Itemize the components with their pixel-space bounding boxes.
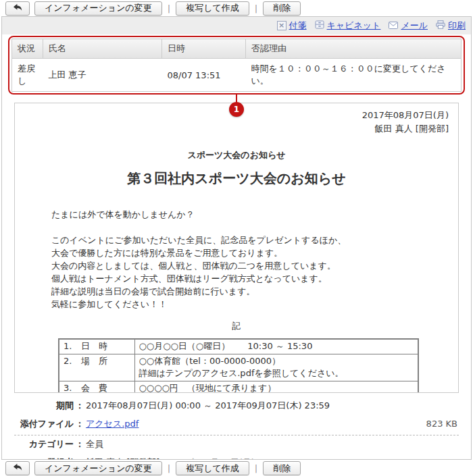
annotation-highlight-box: 状況 氏名 日時 否認理由 差戻し 上田 恵子 08/07 13:51 時間を１… bbox=[8, 36, 465, 95]
body-line bbox=[51, 221, 449, 234]
approval-annotation-zone: 状況 氏名 日時 否認理由 差戻し 上田 恵子 08/07 13:51 時間を１… bbox=[8, 36, 465, 95]
change-information-button[interactable]: インフォメーションの変更 bbox=[34, 1, 162, 16]
sticky-note-icon: × bbox=[277, 21, 287, 30]
print-link[interactable]: 印刷 bbox=[436, 20, 466, 32]
details-section: 期間 ： 2017年08月07日(月) 00:00 ～ 2017年09月07日(… bbox=[14, 397, 459, 460]
top-toolbar: インフォメーションの変更 | 複写して作成 | 削除 bbox=[0, 0, 473, 16]
reason-cell: 時間を１０：００～１６：００に変更してください。 bbox=[246, 59, 462, 92]
status-cell: 差戻し bbox=[12, 59, 43, 92]
period-label: 期間 bbox=[14, 400, 74, 412]
datetime-cell: 08/07 13:51 bbox=[162, 59, 246, 92]
back-arrow-icon bbox=[13, 3, 22, 14]
action-links-bar: × 付箋 キャビネット メール 印刷 bbox=[2, 17, 471, 34]
bottom-toolbar: インフォメーションの変更 | 複写して作成 | 削除 bbox=[0, 460, 473, 476]
print-label: 印刷 bbox=[448, 20, 466, 32]
toolbar-separator: | bbox=[167, 3, 171, 14]
category-value: 全員 bbox=[86, 438, 459, 450]
delete-button[interactable]: 削除 bbox=[263, 461, 301, 475]
toolbar-separator: | bbox=[167, 463, 171, 473]
body-line: 気軽に参加してください！！ bbox=[51, 298, 449, 311]
envelope-icon bbox=[389, 21, 398, 31]
document-author: 飯田 真人 [開発部] bbox=[24, 122, 449, 136]
reason-column-header: 否認理由 bbox=[246, 39, 462, 59]
body-line: 大会の内容としましては、個人戦と、団体戦の二つを用意しています。 bbox=[51, 259, 449, 272]
body-line: 詳細な説明は当日の会場で試合開始前に行います。 bbox=[51, 285, 449, 298]
row-value: 詳細はテンプのアクセス.pdfを参照してください。 bbox=[139, 367, 414, 379]
body-line: このイベントにご参加いただいた全員に、記念品をプレゼントするほか、 bbox=[51, 234, 449, 246]
name-column-header: 氏名 bbox=[43, 39, 162, 59]
row-number: 3. bbox=[64, 382, 81, 393]
cabinet-icon bbox=[315, 20, 324, 31]
delete-button[interactable]: 削除 bbox=[263, 1, 301, 16]
approval-header-row: 状況 氏名 日時 否認理由 bbox=[12, 39, 462, 59]
printer-icon bbox=[436, 20, 445, 31]
back-button[interactable] bbox=[5, 461, 30, 475]
sticky-note-label: 付箋 bbox=[289, 20, 307, 32]
sticky-note-link[interactable]: × 付箋 bbox=[277, 20, 307, 32]
cabinet-link[interactable]: キャビネット bbox=[315, 20, 381, 32]
cabinet-label: キャビネット bbox=[327, 20, 381, 32]
copy-create-button[interactable]: 複写して作成 bbox=[176, 461, 249, 475]
datetime-column-header: 日時 bbox=[162, 39, 246, 59]
body-line: 個人戦はトーナメント方式、団体戦はリーグ戦方式となっています。 bbox=[51, 272, 449, 285]
row-value: ○○体育館（tel：00-0000-0000） bbox=[139, 355, 414, 367]
row-label: 会 費 bbox=[81, 383, 107, 393]
annotation-number-badge: 1 bbox=[229, 102, 244, 117]
document-subtitle: スポーツ大会のお知らせ bbox=[24, 149, 449, 161]
attachment-row: 添付ファイル ： アクセス.pdf 823 KB bbox=[14, 415, 459, 435]
row-number: 1. bbox=[64, 340, 81, 352]
document-body: たまには外で体を動かしませんか？ このイベントにご参加いただいた全員に、記念品を… bbox=[51, 208, 449, 311]
mail-label: メール bbox=[401, 20, 428, 32]
body-line: たまには外で体を動かしませんか？ bbox=[51, 208, 449, 221]
body-line: 大会で優勝した方には特別な景品をご用意しております。 bbox=[51, 246, 449, 259]
row-label: 日 時 bbox=[81, 341, 107, 351]
period-row: 期間 ： 2017年08月07日(月) 00:00 ～ 2017年09月07日(… bbox=[14, 397, 459, 415]
creator-row: 登録者 ： 飯田 真人 [開発部] 2017年08月07日(月) 13:49 bbox=[14, 454, 459, 460]
category-label: カテゴリー bbox=[14, 438, 74, 450]
back-button[interactable] bbox=[5, 1, 30, 16]
copy-create-button[interactable]: 複写して作成 bbox=[176, 1, 249, 16]
approval-status-table: 状況 氏名 日時 否認理由 差戻し 上田 恵子 08/07 13:51 時間を１… bbox=[11, 38, 462, 92]
toolbar-separator: | bbox=[254, 463, 258, 473]
row-label: 場 所 bbox=[81, 356, 107, 366]
attachment-label: 添付ファイル bbox=[14, 418, 74, 430]
row-value: ○○月○○日（○曜日） 10:30 ～ 15:30 bbox=[139, 340, 414, 352]
row-number: 2. bbox=[64, 355, 81, 367]
back-arrow-icon bbox=[13, 463, 22, 473]
attachment-file-size: 823 KB bbox=[426, 419, 459, 429]
info-row-place: 2.場 所 ○○体育館（tel：00-0000-0000） 詳細はテンプのアクセ… bbox=[59, 354, 418, 381]
info-row-fee: 3.会 費 ○○○○円 （現地にて承ります） bbox=[59, 381, 418, 394]
category-row: カテゴリー ： 全員 bbox=[14, 435, 459, 454]
period-value: 2017年08月07日(月) 00:00 ～ 2017年09月07日(木) 23… bbox=[86, 400, 459, 412]
row-value: ○○○○円 （現地にて承ります） bbox=[139, 382, 414, 393]
event-info-table: 1.日 時 ○○月○○日（○曜日） 10:30 ～ 15:30 2.場 所 ○○… bbox=[58, 338, 419, 393]
document-title: 第３回社内スポーツ大会のお知らせ bbox=[24, 169, 449, 188]
toolbar-separator: | bbox=[254, 3, 258, 14]
change-information-button[interactable]: インフォメーションの変更 bbox=[34, 461, 162, 475]
mail-link[interactable]: メール bbox=[389, 20, 428, 32]
info-row-datetime: 1.日 時 ○○月○○日（○曜日） 10:30 ～ 15:30 bbox=[59, 339, 418, 354]
announcement-document: 2017年08月07日(月) 飯田 真人 [開発部] スポーツ大会のお知らせ 第… bbox=[14, 103, 459, 393]
attachment-file-link[interactable]: アクセス.pdf bbox=[86, 418, 139, 430]
main-panel: × 付箋 キャビネット メール 印刷 bbox=[1, 16, 472, 460]
approval-data-row: 差戻し 上田 恵子 08/07 13:51 時間を１０：００～１６：００に変更し… bbox=[12, 59, 462, 92]
status-column-header: 状況 bbox=[12, 39, 43, 59]
name-cell: 上田 恵子 bbox=[43, 59, 162, 92]
remark-marker: 記 bbox=[24, 320, 449, 332]
